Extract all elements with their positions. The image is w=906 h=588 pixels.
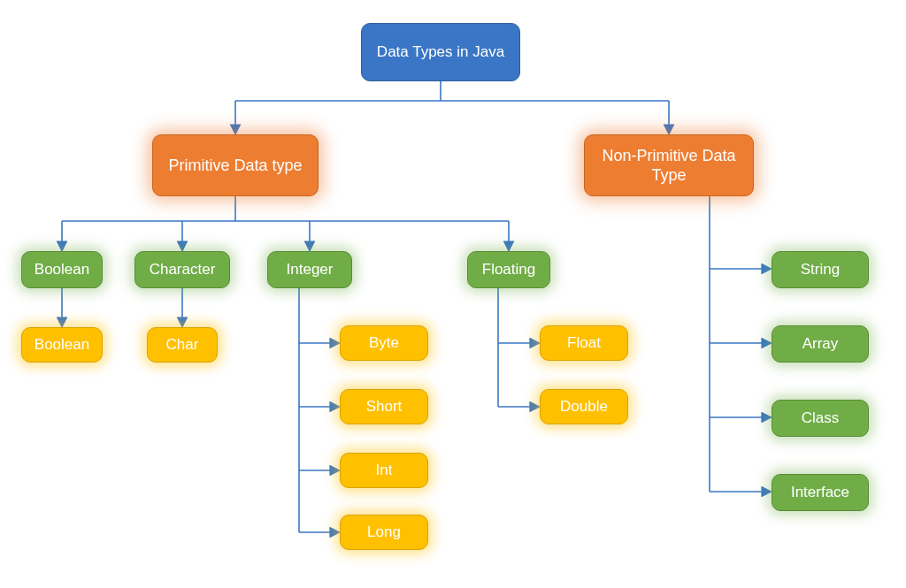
short-leaf: Short	[340, 389, 428, 424]
connector-layer	[0, 0, 906, 588]
boolean-leaf: Boolean	[21, 327, 103, 363]
floating-node: Floating	[467, 251, 550, 288]
boolean-node: Boolean	[21, 251, 103, 288]
interface-leaf: Interface	[772, 474, 869, 511]
array-leaf: Array	[772, 325, 869, 363]
nonprimitive-node: Non-Primitive Data Type	[584, 134, 754, 196]
double-leaf: Double	[540, 389, 628, 424]
string-leaf: String	[772, 251, 869, 288]
class-leaf: Class	[772, 400, 869, 437]
int-leaf: Int	[340, 453, 428, 488]
byte-leaf: Byte	[340, 325, 428, 361]
integer-node: Integer	[267, 251, 352, 288]
long-leaf: Long	[340, 515, 428, 550]
float-leaf: Float	[540, 325, 628, 361]
character-node: Character	[134, 251, 230, 288]
root-node: Data Types in Java	[361, 23, 520, 81]
primitive-node: Primitive Data type	[152, 134, 319, 196]
char-leaf: Char	[147, 327, 218, 363]
